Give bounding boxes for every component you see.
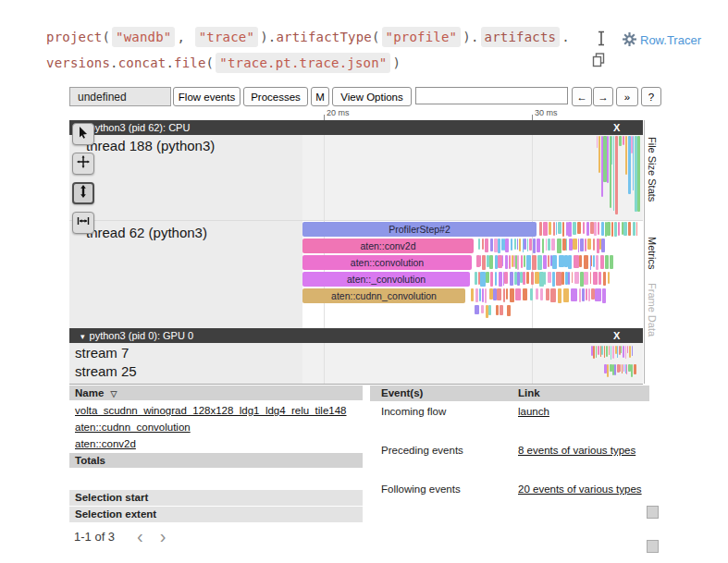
trace-slice [529, 239, 532, 251]
trace-slice [568, 272, 570, 285]
trace-slice [605, 255, 609, 269]
trace-slice [568, 255, 572, 269]
trace-slice [517, 255, 519, 270]
trace-slice [475, 305, 479, 314]
trace-slice [623, 222, 627, 236]
trace-slice [503, 288, 505, 302]
vertical-zoom-tool-icon [77, 185, 90, 202]
gear-icon[interactable] [623, 32, 636, 50]
tab-file-size-stats[interactable]: File Size Stats [647, 137, 658, 202]
trace-slice [558, 288, 561, 303]
trace-slice [496, 305, 499, 315]
trace-slice [583, 222, 586, 234]
trace-slice [574, 255, 579, 268]
cpu-process-header[interactable]: ▾python3 (pid 62): CPU X [69, 120, 643, 135]
event-row: Following events 20 events of various ty… [370, 482, 649, 497]
trace-slice [623, 136, 624, 145]
trace-slice [593, 272, 598, 285]
scrollbar-thumb[interactable] [647, 506, 659, 519]
events-panel: Event(s) Link Incoming flow launch Prece… [370, 386, 649, 522]
trace-slice [498, 239, 500, 253]
trace-slice [471, 288, 474, 301]
tab-frame-data[interactable]: Frame Data [647, 283, 658, 337]
trace-slice [475, 288, 478, 302]
trace-slice [543, 222, 547, 236]
track-separator [69, 220, 643, 221]
nav-skip-button[interactable]: » [616, 87, 638, 106]
trace-slice [487, 255, 489, 267]
pointer-tool-icon [77, 126, 90, 142]
collapse-icon[interactable]: ▾ [80, 332, 85, 341]
trace-slice [607, 364, 609, 377]
thread-62-label: thread 62 (python3) [86, 225, 207, 240]
trace-slice [562, 222, 565, 237]
sort-icon[interactable]: ▽ [111, 389, 117, 398]
trace-slice [632, 346, 633, 356]
help-button[interactable]: ? [641, 87, 661, 106]
trace-slice [607, 222, 611, 236]
trace-slice [485, 239, 488, 252]
tracks-area: ▾python3 (pid 62): CPU X thread 188 (pyt… [69, 120, 643, 385]
selection-table: Name ▽ volta_scudnn_winograd_128x128_ldg… [69, 386, 363, 522]
processes-button[interactable]: Processes [243, 87, 308, 106]
trace-slice [533, 239, 537, 253]
view-options-button[interactable]: View Options [332, 87, 412, 106]
kernel-link[interactable]: volta_scudnn_winograd_128x128_ldg1_ldg4_… [75, 405, 347, 416]
trace-slice [500, 305, 504, 315]
row-tracer-link[interactable]: Row.Tracer [640, 33, 701, 47]
trace-slice [536, 288, 539, 300]
trace-slice [498, 255, 502, 268]
close-icon[interactable]: X [613, 120, 620, 135]
trace-slice [607, 136, 609, 183]
cpu-header-label: python3 (pid 62): CPU [90, 122, 191, 133]
trace-slice [486, 272, 490, 283]
pointer-tool-button[interactable] [72, 123, 94, 145]
trace-slice [573, 239, 577, 250]
tab-metrics[interactable]: Metrics [647, 237, 658, 269]
flow-events-button[interactable]: Flow events [173, 87, 241, 106]
toolbar-search-input[interactable] [415, 87, 568, 104]
kernel-link[interactable]: aten::conv2d [75, 438, 136, 449]
trace-slice [490, 239, 493, 251]
slice-row [302, 239, 643, 253]
trace-slice [579, 255, 583, 267]
next-page-icon[interactable]: › [160, 527, 167, 545]
trace-slice [585, 239, 586, 251]
timing-tool-button[interactable] [72, 212, 94, 234]
trace-slice [587, 239, 591, 250]
trace-slice [552, 255, 558, 269]
trace-slice [568, 222, 572, 237]
trace-slice [511, 239, 513, 251]
event-link[interactable]: 8 events of various types [518, 443, 635, 459]
name-column-header[interactable]: Name ▽ [69, 386, 363, 400]
vertical-zoom-tool-button[interactable] [72, 182, 94, 204]
scroll-corner[interactable] [647, 540, 659, 553]
event-link[interactable]: 20 events of various types [518, 482, 642, 497]
pagination: 1-1 of 3 ‹ › [74, 525, 166, 547]
trace-slice [566, 239, 567, 251]
slice-row [302, 222, 643, 237]
pan-tool-button[interactable] [72, 153, 94, 175]
event-link[interactable]: launch [518, 404, 549, 420]
trace-slice [505, 239, 509, 252]
trace-slice [514, 239, 516, 250]
trace-slice [594, 222, 597, 236]
nav-right-button[interactable]: → [593, 87, 613, 106]
trace-slice [601, 239, 605, 252]
stream-25-slices [302, 364, 643, 378]
gpu-process-header[interactable]: ▾python3 (pid 0): GPU 0 X [69, 328, 643, 343]
trace-slice [526, 272, 529, 284]
trace-slice [562, 239, 566, 251]
m-button[interactable]: M [311, 87, 329, 106]
trace-slice [521, 255, 523, 268]
prev-page-icon[interactable]: ‹ [137, 527, 143, 545]
trace-slice [586, 222, 589, 236]
nav-left-button[interactable]: ← [572, 87, 592, 106]
copy-icon[interactable] [592, 53, 605, 71]
close-icon[interactable]: X [613, 328, 620, 343]
trace-slice [539, 222, 542, 236]
trace-slice [552, 272, 555, 287]
kernel-link[interactable]: aten::cudnn_convolution [75, 422, 191, 433]
stream-25-label: stream 25 [75, 363, 137, 379]
trace-slice [540, 288, 543, 300]
